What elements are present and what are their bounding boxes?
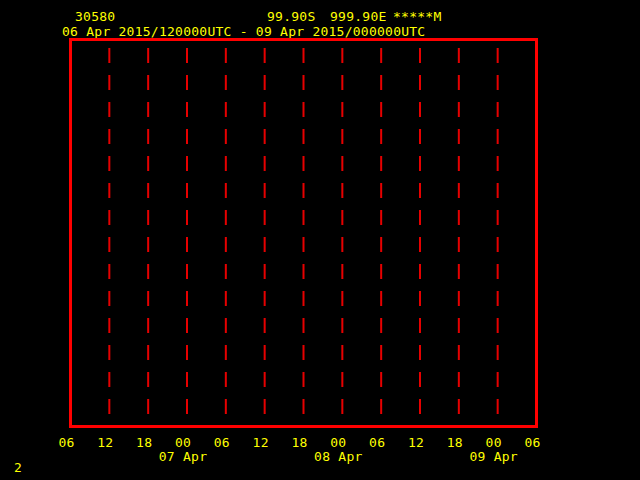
meteogram-screen: { "header": { "station_id": "30580", "la… bbox=[0, 0, 640, 480]
plot-frame bbox=[71, 40, 537, 427]
x-tick-label: 12 bbox=[253, 436, 269, 449]
x-tick-label: 18 bbox=[447, 436, 463, 449]
x-tick-label: 12 bbox=[97, 436, 113, 449]
time-gridlines bbox=[109, 48, 497, 424]
x-tick-label: 06 bbox=[369, 436, 385, 449]
x-tick-label: 06 bbox=[524, 436, 540, 449]
x-tick-label: 06 bbox=[214, 436, 230, 449]
x-date-label: 07 Apr bbox=[159, 450, 207, 463]
x-date-label: 08 Apr bbox=[314, 450, 362, 463]
page-number: 2 bbox=[14, 461, 22, 474]
x-tick-label: 06 bbox=[58, 436, 74, 449]
x-tick-label: 18 bbox=[136, 436, 152, 449]
x-tick-label: 00 bbox=[330, 436, 346, 449]
x-tick-label: 00 bbox=[175, 436, 191, 449]
x-tick-label: 18 bbox=[291, 436, 307, 449]
x-tick-label: 12 bbox=[408, 436, 424, 449]
x-tick-label: 00 bbox=[486, 436, 502, 449]
x-date-label: 09 Apr bbox=[469, 450, 517, 463]
plot-area bbox=[0, 0, 640, 480]
